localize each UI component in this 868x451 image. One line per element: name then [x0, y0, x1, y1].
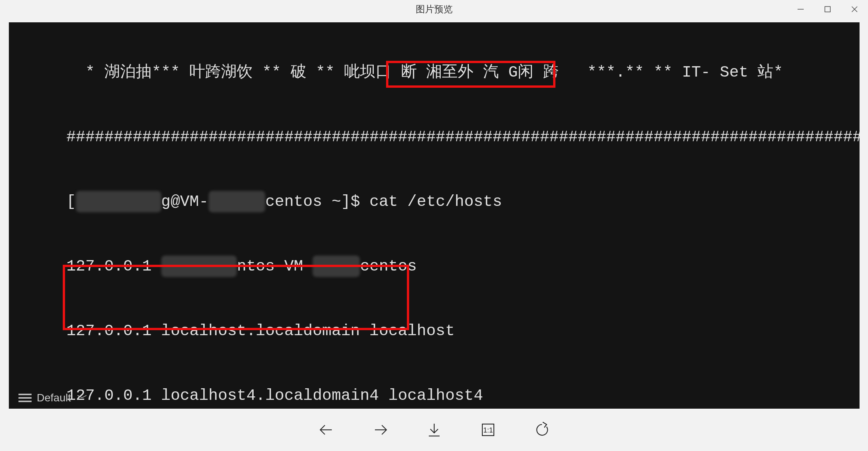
rotate-button[interactable] [532, 420, 552, 439]
close-button[interactable] [841, 0, 868, 18]
previewed-image[interactable]: * 湖泊抽*** 叶跨湖饮 ** 破 ** 呲坝口 断 湘至外 汽 G闲 跨 *… [9, 22, 860, 409]
profile-dropdown[interactable]: Default ﹀ [37, 391, 88, 405]
highlight-box-command [386, 61, 555, 88]
terminal-status-bar: Default ﹀ [18, 391, 88, 405]
maximize-button[interactable] [814, 0, 841, 18]
next-button[interactable] [371, 420, 390, 439]
titlebar: 图片预览 [0, 0, 868, 18]
prev-button[interactable] [317, 420, 336, 439]
content-area: * 湖泊抽*** 叶跨湖饮 ** 破 ** 呲坝口 断 湘至外 汽 G闲 跨 *… [0, 18, 868, 409]
hamburger-icon[interactable] [18, 394, 32, 402]
redacted-host: xxxxxx [209, 191, 266, 212]
window-controls [787, 0, 868, 18]
redacted-user: xxxxxxxxx [76, 191, 161, 212]
image-preview-window: 图片预览 * 湖泊抽*** 叶跨湖饮 ** 破 ** 呲坝口 断 湘至外 汽 G… [0, 0, 868, 451]
window-title: 图片预览 [416, 3, 453, 15]
prompt-line-1: [xxxxxxxxxg@VM-xxxxxxcentos ~]$ cat /etc… [67, 191, 860, 212]
svg-text:1:1: 1:1 [483, 426, 493, 434]
svg-rect-1 [825, 7, 830, 12]
command-cat-hosts: cat /etc/hosts [360, 193, 502, 210]
chevron-down-icon: ﹀ [77, 391, 88, 405]
preview-toolbar: 1:1 [0, 409, 868, 451]
hosts-line-3: 127.0.0.1 localhost4.localdomain4 localh… [67, 385, 860, 406]
actual-size-button[interactable]: 1:1 [478, 420, 498, 439]
hash-separator: ########################################… [67, 126, 860, 148]
highlight-box-custom-hosts [63, 265, 409, 330]
download-button[interactable] [425, 420, 444, 439]
minimize-button[interactable] [787, 0, 814, 18]
